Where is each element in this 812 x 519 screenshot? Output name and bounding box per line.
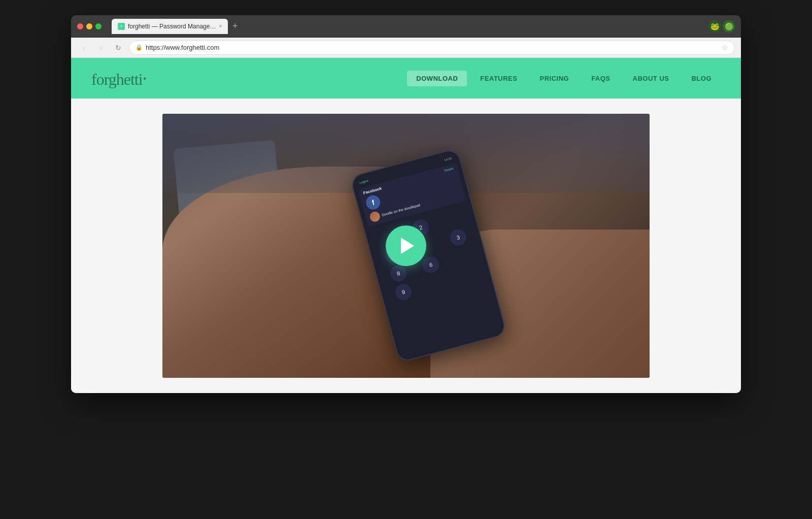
nav-links: DOWNLOAD FEATURES PRICING FAQS ABOUT US … [407,71,721,86]
minimize-window-button[interactable] [86,23,92,29]
tab-close-button[interactable]: × [219,23,222,29]
key-empty-2 [443,209,463,229]
play-icon [401,238,414,254]
url-text: https://www.forghetti.com [146,44,719,51]
logo-text: forghetti [91,70,143,88]
navigation: forghetti· DOWNLOAD FEATURES PRICING FAQ… [71,58,741,99]
key-empty-4 [453,246,473,266]
nav-link-pricing[interactable]: PRICING [530,71,578,86]
key-8: 8 [389,264,409,283]
forward-button[interactable]: › [94,41,108,54]
phone-back: Logins [359,179,369,184]
browser-extensions: 🐸 🟢 [708,20,735,33]
doodle-text: Doodle on the doodlepad [381,203,420,216]
traffic-lights [77,23,101,29]
address-bar-row: ‹ › ↻ 🔒 https://www.forghetti.com ☆ [71,38,741,58]
title-bar: f forghetti — Password Manage… × + 🐸 🟢 [71,15,741,38]
phone-time: 14:20 [444,157,452,162]
active-tab[interactable]: f forghetti — Password Manage… × [112,19,228,34]
lock-icon: 🔒 [136,44,143,51]
key-6: 6 [421,255,441,275]
fullscreen-window-button[interactable] [95,23,101,29]
nav-link-features[interactable]: FEATURES [471,71,526,86]
key-9: 9 [393,282,413,302]
nav-link-about-us[interactable]: ABOUT US [624,71,679,86]
back-button[interactable]: ‹ [77,41,90,54]
tab-title: forghetti — Password Manage… [128,23,216,30]
nav-link-blog[interactable]: BLOG [682,71,721,86]
play-button[interactable] [386,225,426,266]
website-content: forghetti· DOWNLOAD FEATURES PRICING FAQ… [71,58,741,393]
extension-2-icon[interactable]: 🟢 [723,20,735,33]
phone-title: Facebook [363,186,382,195]
new-tab-button[interactable]: + [228,19,242,34]
tab-favicon: f [118,23,125,30]
video-wrapper: Logins 14:20 Facebook Details f [162,114,650,378]
tab-bar: f forghetti — Password Manage… × + [112,19,704,34]
bookmark-icon[interactable]: ☆ [722,44,728,52]
video-section: Logins 14:20 Facebook Details f [71,99,741,393]
phone-detail: Details [444,167,454,174]
key-3: 3 [448,228,468,247]
close-window-button[interactable] [77,23,83,29]
nav-link-faqs[interactable]: FAQS [582,71,619,86]
extension-1-icon[interactable]: 🐸 [708,20,721,33]
profile-pic [368,210,381,222]
address-bar[interactable]: 🔒 https://www.forghetti.com ☆ [129,41,735,55]
facebook-icon: f [364,193,382,211]
browser-window: f forghetti — Password Manage… × + 🐸 🟢 ‹… [71,15,741,393]
logo[interactable]: forghetti· [91,67,407,89]
nav-link-download[interactable]: DOWNLOAD [407,71,467,86]
refresh-button[interactable]: ↻ [112,41,125,54]
